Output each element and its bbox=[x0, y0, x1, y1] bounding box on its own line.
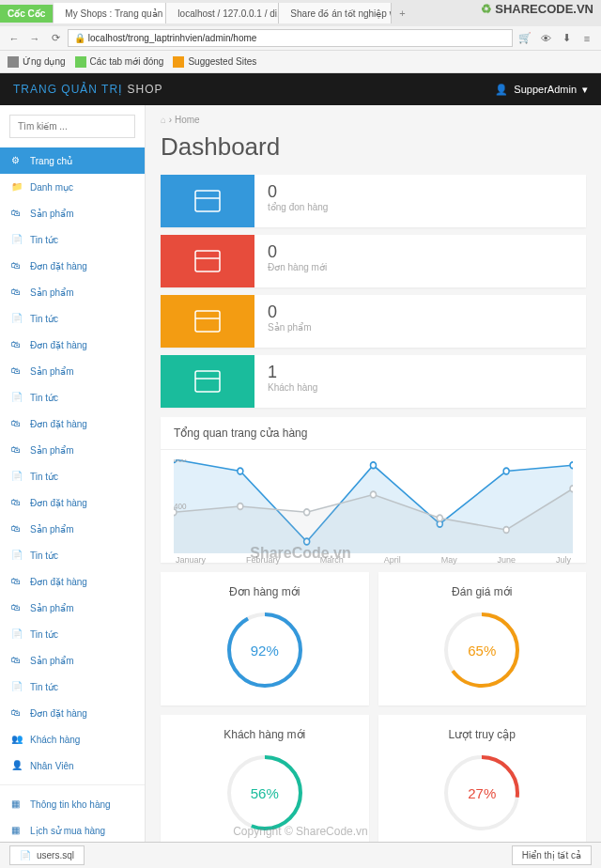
nav-icon: 🛍 bbox=[11, 208, 23, 219]
nav-label: Sản phẩm bbox=[30, 445, 73, 456]
mini-title: Khách hàng mới bbox=[174, 728, 356, 741]
forward-button[interactable]: → bbox=[26, 30, 43, 47]
browser-tab-0[interactable]: My Shops : Trang quản tr...× bbox=[54, 3, 166, 23]
stat-value: 1 bbox=[268, 363, 317, 382]
donut-chart: 56% bbox=[223, 751, 307, 835]
cart-icon[interactable]: 🛒 bbox=[516, 30, 533, 47]
eye-icon[interactable]: 👁 bbox=[537, 30, 554, 47]
nav-icon: 🛍 bbox=[11, 444, 23, 456]
stat-icon bbox=[161, 175, 254, 227]
stat-value: 0 bbox=[268, 242, 327, 262]
sidebar-item-23[interactable]: 👤Nhân Viên bbox=[0, 752, 145, 779]
sidebar-item-21[interactable]: 🛍Đơn đặt hàng bbox=[0, 700, 145, 726]
apps-bookmark[interactable]: Ứng dụng bbox=[8, 56, 66, 68]
nav-label: Sản phẩm bbox=[30, 209, 73, 219]
sidebar: ⚙Trang chủ📁Danh mục🛍Sản phẩm📄Tin tức🛍Đơn… bbox=[0, 105, 146, 868]
user-menu[interactable]: 👤SupperAdmin ▾ bbox=[495, 84, 588, 96]
watermark-logo: ♻ SHARECODE.VN bbox=[481, 2, 593, 16]
back-button[interactable]: ← bbox=[6, 30, 23, 47]
download-icon[interactable]: ⬇ bbox=[558, 30, 575, 47]
download-file[interactable]: 📄users.sql bbox=[9, 845, 85, 865]
new-tab-button[interactable]: + bbox=[392, 8, 412, 19]
nav-label: Sản phẩm bbox=[30, 603, 73, 613]
show-all-downloads[interactable]: Hiển thị tất cả bbox=[512, 845, 592, 865]
nav-icon: 📄 bbox=[11, 681, 23, 692]
star-icon bbox=[173, 56, 184, 68]
svg-rect-0 bbox=[195, 191, 220, 211]
browser-tab-1[interactable]: localhost / 127.0.0.1 / di...× bbox=[166, 3, 279, 23]
nav-label: Đơn đặt hàng bbox=[30, 708, 87, 719]
sidebar-item-5[interactable]: 🛍Sản phẩm bbox=[0, 279, 145, 305]
nav-icon: ▦ bbox=[11, 798, 23, 810]
stat-value: 0 bbox=[268, 302, 311, 322]
nav-label: Nhân Viên bbox=[30, 761, 74, 771]
sidebar-item-10[interactable]: 🛍Đơn đặt hàng bbox=[0, 411, 145, 437]
donut-chart: 92% bbox=[223, 608, 307, 692]
nav-icon: 👥 bbox=[11, 734, 23, 745]
sidebar-item-19[interactable]: 🛍Sản phẩm bbox=[0, 647, 145, 674]
stat-label: tổng đon hàng bbox=[268, 202, 328, 212]
mini-title: Lượt truy cập bbox=[392, 728, 574, 741]
sidebar-item-2[interactable]: 🛍Sản phẩm bbox=[0, 200, 145, 226]
nav-label: Sản phẩm bbox=[30, 366, 73, 377]
sidebar-item-16[interactable]: 🛍Đơn đặt hàng bbox=[0, 568, 145, 595]
sidebar-item-15[interactable]: 📄Tin tức bbox=[0, 542, 145, 568]
mini-card-1: Đán giá mới65% bbox=[378, 572, 587, 705]
sidebar-group2-item-1[interactable]: ▦Lịch sử mua hàng bbox=[0, 817, 145, 844]
search-input[interactable] bbox=[9, 115, 135, 138]
sidebar-item-6[interactable]: 📄Tin tức bbox=[0, 305, 145, 332]
sidebar-item-11[interactable]: 🛍Sản phẩm bbox=[0, 437, 145, 463]
sidebar-item-13[interactable]: 🛍Đơn đặt hàng bbox=[0, 489, 145, 516]
app-title: TRANG QUẢN TRỊ SHOP bbox=[13, 83, 162, 96]
url-input[interactable]: 🔒 localhost/trong_laptrinhvien/admin/hom… bbox=[68, 29, 513, 47]
nav-label: Đơn đặt hàng bbox=[30, 577, 87, 587]
user-icon: 👤 bbox=[495, 84, 508, 96]
nav-icon: ▦ bbox=[11, 825, 23, 836]
sidebar-item-18[interactable]: 📄Tin tức bbox=[0, 621, 145, 647]
svg-point-18 bbox=[370, 491, 376, 498]
sidebar-item-17[interactable]: 🛍Sản phẩm bbox=[0, 595, 145, 621]
nav-label: Lịch sử mua hàng bbox=[30, 826, 105, 836]
nav-label: Danh mục bbox=[30, 182, 73, 193]
tabs-bookmark[interactable]: Các tab mới đóng bbox=[75, 56, 164, 68]
sidebar-group2-item-0[interactable]: ▦Thông tin kho hàng bbox=[0, 791, 145, 817]
nav-icon: 📄 bbox=[11, 550, 23, 561]
downloads-bar: 📄users.sql Hiển thị tất cả bbox=[0, 842, 601, 868]
sidebar-item-0[interactable]: ⚙Trang chủ bbox=[0, 147, 145, 174]
sidebar-item-7[interactable]: 🛍Đơn đặt hàng bbox=[0, 332, 145, 358]
nav-label: Tin tức bbox=[30, 472, 58, 482]
donut-chart: 65% bbox=[439, 608, 524, 692]
stat-icon bbox=[161, 355, 254, 408]
sidebar-item-22[interactable]: 👥Khách hàng bbox=[0, 726, 145, 752]
reload-button[interactable]: ⟳ bbox=[47, 30, 64, 47]
svg-point-14 bbox=[570, 462, 573, 469]
menu-icon[interactable]: ≡ bbox=[578, 30, 595, 47]
browser-tab-2[interactable]: Share đồ án tốt nghiệp w...× bbox=[279, 3, 392, 23]
nav-icon: 🛍 bbox=[11, 418, 23, 429]
nav-icon: 📄 bbox=[11, 313, 23, 324]
home-icon[interactable]: ⌂ bbox=[161, 115, 166, 125]
svg-rect-6 bbox=[195, 371, 220, 392]
mini-card-2: Khách hàng mới56% bbox=[161, 715, 369, 848]
mini-card-0: Đơn hàng mới92% bbox=[161, 572, 369, 705]
sidebar-item-14[interactable]: 🛍Sản phẩm bbox=[0, 516, 145, 542]
nav-label: Đơn đặt hàng bbox=[30, 261, 87, 271]
sidebar-item-4[interactable]: 🛍Đơn đặt hàng bbox=[0, 253, 145, 279]
sidebar-item-12[interactable]: 📄Tin tức bbox=[0, 463, 145, 489]
breadcrumb-home[interactable]: Home bbox=[175, 115, 200, 125]
sidebar-item-9[interactable]: 📄Tin tức bbox=[0, 384, 145, 411]
mini-title: Đơn hàng mới bbox=[174, 585, 356, 598]
suggested-bookmark[interactable]: Suggested Sites bbox=[173, 56, 256, 68]
sidebar-item-1[interactable]: 📁Danh mục bbox=[0, 174, 145, 200]
sidebar-item-3[interactable]: 📄Tin tức bbox=[0, 226, 145, 253]
overview-title: Tổng quan trang cửa hàng bbox=[161, 417, 586, 450]
svg-rect-4 bbox=[195, 311, 220, 332]
sidebar-item-8[interactable]: 🛍Sản phẩm bbox=[0, 358, 145, 384]
app-header: TRANG QUẢN TRỊ SHOP 👤SupperAdmin ▾ bbox=[0, 73, 601, 105]
sidebar-item-20[interactable]: 📄Tin tức bbox=[0, 674, 145, 700]
nav-label: Tin tức bbox=[30, 682, 58, 692]
svg-point-11 bbox=[370, 462, 376, 469]
nav-icon: 🛍 bbox=[11, 602, 23, 613]
svg-point-13 bbox=[503, 468, 509, 474]
svg-point-21 bbox=[570, 486, 573, 492]
